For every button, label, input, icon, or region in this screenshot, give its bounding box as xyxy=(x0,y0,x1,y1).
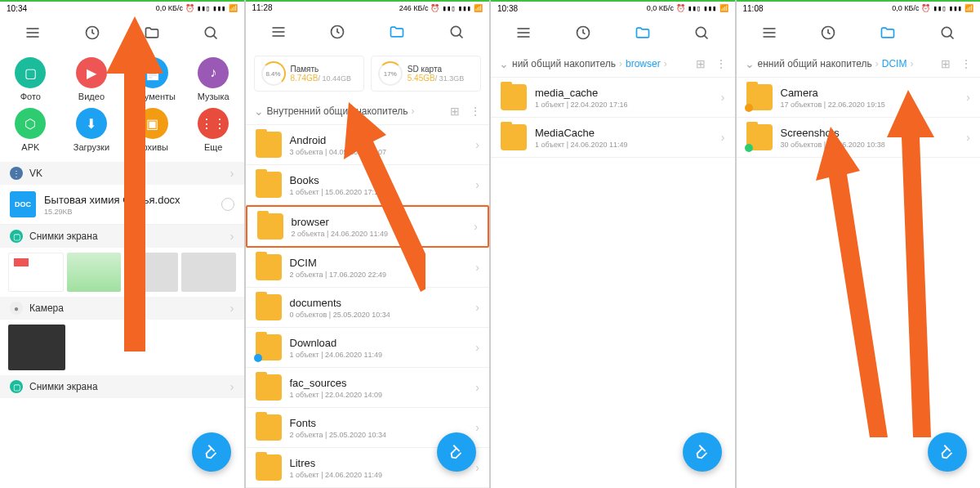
folder-row[interactable]: Camera17 объектов | 22.06.2020 19:15 › xyxy=(737,78,981,118)
cat-apk[interactable]: ⬡APK xyxy=(0,105,61,155)
clean-fab[interactable] xyxy=(928,432,967,472)
chevron-right-icon: › xyxy=(475,421,479,434)
folder-row[interactable]: browser2 объекта | 24.06.2020 11:49 › xyxy=(246,205,490,248)
search-icon[interactable] xyxy=(448,23,466,41)
folder-row[interactable]: DCIM2 объекта | 17.06.2020 22:49 › xyxy=(246,248,490,288)
section-camera[interactable]: ● Камера › xyxy=(0,297,244,320)
chevron-down-icon[interactable]: ⌄ xyxy=(499,57,509,70)
section-vk[interactable]: ⋮ VK › xyxy=(0,162,244,185)
toolbar xyxy=(491,15,735,51)
cat-video[interactable]: ▶Видео xyxy=(61,54,122,105)
chevron-right-icon: › xyxy=(475,461,479,474)
menu-icon[interactable] xyxy=(270,23,287,41)
menu-icon[interactable] xyxy=(24,24,42,42)
status-bar: 10:38 0,0 КБ/с⏰▮▮▯▮▮▮📶 xyxy=(491,0,735,15)
chevron-right-icon: › xyxy=(966,91,970,104)
folder-icon xyxy=(256,334,282,360)
chevron-right-icon: › xyxy=(475,138,479,151)
annotation-arrow-1 xyxy=(814,127,896,437)
radio-unselected[interactable] xyxy=(221,198,234,211)
svg-point-11 xyxy=(451,26,461,36)
folder-icon[interactable] xyxy=(879,24,897,42)
folder-row[interactable]: fac_sources1 объект | 22.04.2020 14:09 › xyxy=(246,368,490,408)
clean-fab[interactable] xyxy=(192,432,231,472)
folder-list: Camera17 объектов | 22.06.2020 19:15 › S… xyxy=(737,78,981,158)
camera-thumb[interactable] xyxy=(8,325,65,370)
svg-line-5 xyxy=(214,35,217,38)
cat-archives[interactable]: ▣Архивы xyxy=(122,105,183,155)
folder-row[interactable]: documents0 объектов | 25.05.2020 10:34 › xyxy=(246,288,490,328)
status-bar: 10:34 0,0 КБ/с⏰▮▮▯▮▮▮📶 xyxy=(0,0,244,15)
menu-icon[interactable] xyxy=(514,24,532,42)
category-grid: ▢Фото ▶Видео 📄Документы ♪Музыка ⬡APK ⬇За… xyxy=(0,51,244,162)
cat-downloads[interactable]: ⬇Загрузки xyxy=(61,105,122,155)
search-icon[interactable] xyxy=(938,24,956,42)
clock-icon[interactable] xyxy=(819,24,837,42)
chevron-right-icon: › xyxy=(966,131,970,144)
search-icon[interactable] xyxy=(202,24,220,42)
chevron-right-icon: › xyxy=(475,381,479,394)
toolbar xyxy=(737,15,981,51)
chevron-right-icon: › xyxy=(475,261,479,274)
section-screenshots-1[interactable]: ▢ Снимки экрана › xyxy=(0,225,244,248)
chevron-right-icon: › xyxy=(475,341,479,354)
clean-fab[interactable] xyxy=(683,432,722,472)
clock-icon[interactable] xyxy=(574,24,592,42)
status-icons: 0,0 КБ/с⏰▮▮▯▮▮▮📶 xyxy=(647,4,728,12)
svg-point-18 xyxy=(697,27,706,37)
chevron-down-icon[interactable]: ⌄ xyxy=(745,57,755,70)
clean-fab[interactable] xyxy=(437,432,476,472)
grid-view-icon[interactable]: ⊞ xyxy=(941,57,951,70)
clock-icon[interactable] xyxy=(328,23,346,41)
chevron-right-icon: › xyxy=(721,91,725,104)
more-icon[interactable]: ⋮ xyxy=(470,105,481,118)
folder-list: media_cache1 объект | 22.04.2020 17:16 ›… xyxy=(491,78,735,158)
breadcrumb[interactable]: ⌄ Внутренний общий накопитель› ⊞ ⋮ xyxy=(246,98,490,125)
screen-3-browser: 10:38 0,0 КБ/с⏰▮▮▯▮▮▮📶 ⌄ ний общий накоп… xyxy=(491,0,735,488)
breadcrumb[interactable]: ⌄ енний общий накопитель› DCIM› ⊞ ⋮ xyxy=(737,51,981,78)
sd-storage-card[interactable]: 17% SD карта5.45GB/ 31.3GB xyxy=(371,56,481,92)
more-icon[interactable]: ⋮ xyxy=(960,57,972,70)
search-icon[interactable] xyxy=(693,24,710,42)
internal-storage-card[interactable]: 8.4% Память8.74GB/ 10.44GB xyxy=(254,56,364,92)
status-icons: 0,0 КБ/с⏰▮▮▯▮▮▮📶 xyxy=(156,4,238,12)
clock: 10:38 xyxy=(497,4,518,13)
sd-pct: 17% xyxy=(378,61,403,86)
folder-icon xyxy=(256,374,282,401)
folder-icon[interactable] xyxy=(143,24,161,42)
cat-docs[interactable]: 📄Документы xyxy=(122,54,183,105)
cat-more[interactable]: ⋮⋮Еще xyxy=(183,105,244,155)
clock-icon[interactable] xyxy=(83,24,101,42)
chevron-right-icon: › xyxy=(475,178,479,191)
cat-music[interactable]: ♪Музыка xyxy=(183,54,244,105)
toolbar xyxy=(0,15,244,51)
breadcrumb[interactable]: ⌄ ний общий накопитель› browser› ⊞ ⋮ xyxy=(491,51,735,78)
grid-view-icon[interactable]: ⊞ xyxy=(450,105,460,118)
folder-row[interactable]: Screenshots30 объектов | 25.06.2020 10:3… xyxy=(737,118,981,158)
folder-icon xyxy=(256,294,282,320)
folder-row[interactable]: media_cache1 объект | 22.04.2020 17:16 › xyxy=(491,78,735,118)
cat-photo[interactable]: ▢Фото xyxy=(0,54,61,105)
folder-row[interactable]: Android3 объекта | 04.05.2020 10:07 › xyxy=(246,125,490,165)
folder-icon xyxy=(256,132,282,158)
status-bar: 11:28 246 КБ/с⏰▮▮▯▮▮▮📶 xyxy=(246,0,490,14)
folder-row[interactable]: MediaCache1 объект | 24.06.2020 11:49 › xyxy=(491,118,735,158)
folder-icon[interactable] xyxy=(634,24,652,42)
screenshot-thumbs[interactable] xyxy=(0,248,244,297)
menu-icon[interactable] xyxy=(760,24,778,42)
folder-icon xyxy=(256,254,282,280)
svg-line-12 xyxy=(459,34,462,38)
section-screenshots-2[interactable]: ▢ Снимки экрана › xyxy=(0,375,244,398)
status-icons: 246 КБ/с⏰▮▮▯▮▮▮📶 xyxy=(399,4,483,12)
file-docx[interactable]: DOC Бытовая химия Семья.docx 15.29KB xyxy=(0,185,244,225)
screen-4-dcim: 11:08 0,0 КБ/с⏰▮▮▯▮▮▮📶 ⌄ енний общий нак… xyxy=(737,0,981,488)
chevron-down-icon[interactable]: ⌄ xyxy=(254,105,264,118)
svg-point-24 xyxy=(942,27,951,37)
clock: 10:34 xyxy=(7,4,27,13)
grid-view-icon[interactable]: ⊞ xyxy=(696,57,706,70)
folder-icon xyxy=(256,454,282,481)
folder-row[interactable]: Download1 объект | 24.06.2020 11:49 › xyxy=(246,328,490,368)
folder-row[interactable]: Books1 объект | 15.06.2020 17:12 › xyxy=(246,165,490,205)
more-icon[interactable]: ⋮ xyxy=(715,57,727,70)
folder-icon[interactable] xyxy=(388,23,406,41)
